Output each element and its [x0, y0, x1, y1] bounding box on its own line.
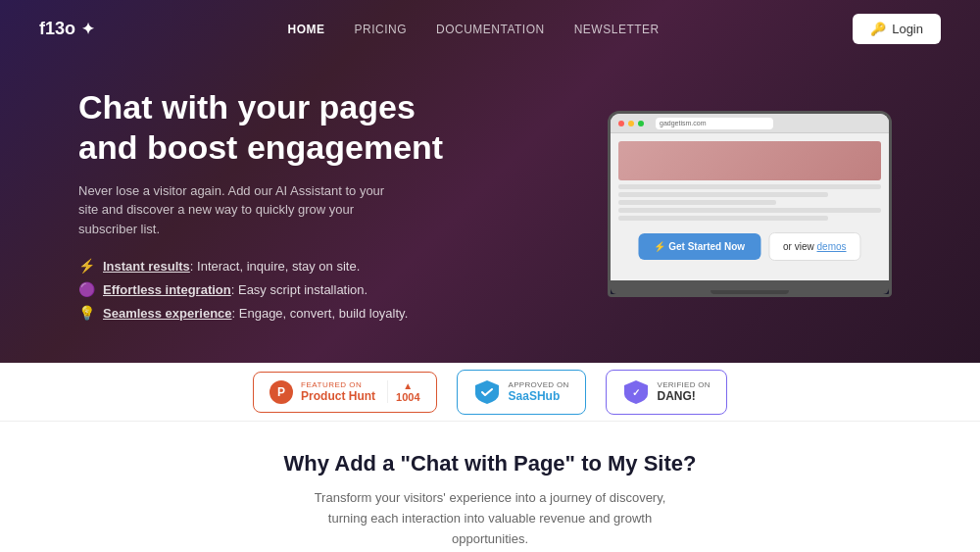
feature-seamless-desc: : Engage, convert, build loyalty.	[232, 306, 409, 321]
nav-pricing[interactable]: PRICING	[354, 23, 407, 36]
dang-shield-container: ✓	[622, 378, 650, 406]
badge-producthunt[interactable]: P FEATURED ON Product Hunt ▲ 1004	[253, 372, 436, 413]
feature-seamless-label: Seamless experience	[103, 306, 232, 321]
screen-body: ⚡ Get Started Now or view demos	[611, 133, 889, 228]
saashub-name: SaaSHub	[509, 389, 569, 403]
dot-yellow	[628, 121, 634, 126]
cta-primary-label: ⚡ Get Started Now	[654, 241, 745, 252]
screen-line	[618, 200, 776, 205]
hero-title: Chat with your pagesand boost engagement	[78, 87, 568, 168]
lightning-icon: ⚡	[78, 258, 95, 274]
dot-green	[638, 121, 644, 126]
feature-integration-desc: : Easy script installation.	[231, 282, 368, 297]
saashub-shield-container	[473, 378, 501, 406]
nav-home[interactable]: HOME	[287, 23, 324, 36]
screen-line	[618, 192, 828, 197]
hero-content: Chat with your pagesand boost engagement…	[0, 58, 980, 321]
screen-line	[618, 184, 881, 189]
producthunt-text: FEATURED ON Product Hunt	[301, 380, 375, 403]
producthunt-name: Product Hunt	[301, 389, 375, 403]
logo-icon: ✦	[81, 20, 94, 38]
screen-url: gadgetism.com	[656, 118, 773, 129]
dang-verified: Verified on	[658, 380, 710, 389]
chat-widget: ⚡ Get Started Now or view demos	[638, 232, 860, 261]
svg-text:✓: ✓	[632, 387, 640, 398]
cta-secondary-label: or view	[783, 241, 814, 252]
screen-line	[618, 216, 828, 221]
hero-text: Chat with your pagesand boost engagement…	[78, 87, 568, 321]
laptop-screen: gadgetism.com	[611, 114, 889, 280]
upvote-count: 1004	[396, 391, 419, 403]
login-button[interactable]: 🔑 Login	[853, 14, 941, 44]
get-started-cta[interactable]: ⚡ Get Started Now	[638, 233, 760, 260]
dot-red	[618, 121, 624, 126]
login-icon: 🔑	[870, 22, 886, 36]
badge-saashub[interactable]: Approved on SaaSHub	[457, 370, 586, 415]
feature-integration-label: Effortless integration	[103, 282, 231, 297]
feature-instant: ⚡ Instant results: Interact, inquire, st…	[78, 258, 568, 274]
laptop-base	[611, 280, 889, 294]
laptop-mockup: gadgetism.com	[608, 111, 892, 297]
logo-text: f13o	[39, 19, 75, 39]
view-demos-cta[interactable]: or view demos	[768, 232, 860, 261]
producthunt-icon: P	[270, 380, 293, 404]
badges-section: P FEATURED ON Product Hunt ▲ 1004 Approv…	[0, 363, 980, 422]
producthunt-featured: FEATURED ON	[301, 380, 375, 389]
screen-image	[618, 141, 881, 180]
dang-text: Verified on DANG!	[658, 380, 710, 403]
saashub-text: Approved on SaaSHub	[509, 380, 569, 403]
why-section: Why Add a "Chat with Page" to My Site? T…	[0, 422, 980, 552]
demos-link[interactable]: demos	[817, 241, 847, 252]
feature-integration: 🟣 Effortless integration: Easy script in…	[78, 281, 568, 297]
screen-text-lines	[618, 184, 881, 221]
hero-features: ⚡ Instant results: Interact, inquire, st…	[78, 258, 568, 321]
saashub-approved: Approved on	[509, 380, 569, 389]
upvote-arrow: ▲	[403, 380, 413, 391]
feature-seamless: 💡 Seamless experience: Engage, convert, …	[78, 305, 568, 321]
navbar: f13o ✦ HOME PRICING DOCUMENTATION NEWSLE…	[0, 0, 980, 58]
bulb-icon: 💡	[78, 305, 95, 321]
screen-line	[618, 208, 881, 213]
producthunt-count: ▲ 1004	[387, 380, 419, 403]
badge-dang[interactable]: ✓ Verified on DANG!	[606, 370, 727, 415]
why-subtitle: Transform your visitors' experience into…	[304, 488, 676, 549]
dang-name: DANG!	[658, 389, 710, 403]
brand-logo[interactable]: f13o ✦	[39, 19, 94, 39]
nav-newsletter[interactable]: NEWSLETTER	[574, 23, 660, 36]
login-label: Login	[892, 22, 923, 36]
purple-icon: 🟣	[78, 281, 95, 297]
feature-instant-desc: : Interact, inquire, stay on site.	[190, 259, 360, 274]
feature-instant-label: Instant results	[103, 259, 190, 274]
hero-image: gadgetism.com	[608, 111, 902, 297]
saashub-shield-icon	[473, 378, 501, 406]
why-title: Why Add a "Chat with Page" to My Site?	[39, 451, 941, 477]
nav-documentation[interactable]: DOCUMENTATION	[436, 23, 545, 36]
screen-topbar: gadgetism.com	[611, 114, 889, 133]
hero-subtitle: Never lose a visitor again. Add our AI A…	[78, 181, 392, 239]
dang-shield-icon: ✓	[622, 378, 650, 406]
nav-links: HOME PRICING DOCUMENTATION NEWSLETTER	[287, 23, 659, 36]
